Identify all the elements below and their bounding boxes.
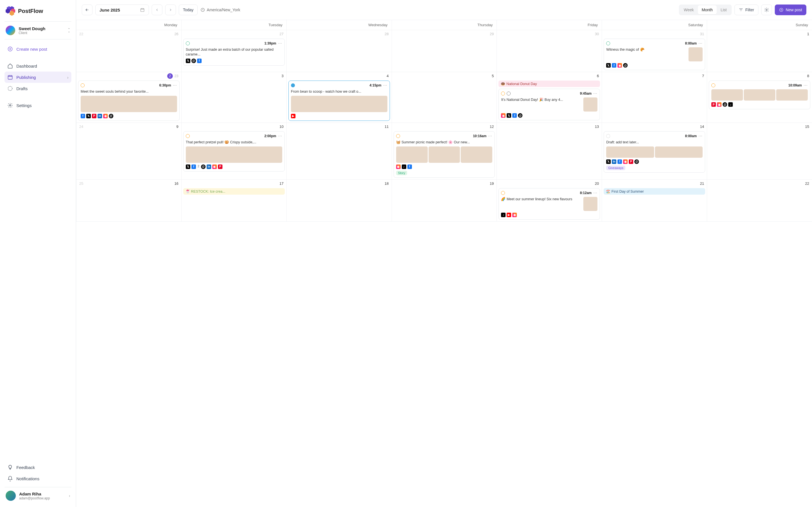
gear-icon [764,7,769,12]
calendar-cell[interactable]: 7 [602,72,707,123]
nav-feedback[interactable]: Feedback [4,462,71,473]
bulb-icon [7,464,13,470]
post-text: Meet the sweet souls behind your favorit… [81,89,177,94]
arrow-left-icon [85,8,89,12]
client-switcher[interactable]: Sweet Dough Client ⌃⌄ [4,22,71,39]
calendar-cell[interactable]: 3 [181,72,287,123]
day-number: 3 [282,74,283,78]
more-icon[interactable]: ⋯ [488,134,492,138]
post-time: 4:15pm [370,83,382,87]
more-icon[interactable]: ⋯ [698,41,703,46]
pn-icon: P [711,102,716,107]
drafts-icon [7,86,13,91]
more-icon[interactable]: ⋯ [593,91,598,96]
more-icon[interactable]: ⋯ [698,134,703,138]
calendar-cell[interactable]: 1 [707,30,812,72]
calendar-cell[interactable]: 148:00am⋯Draft: add text later...𝕏inf◉P@… [602,123,707,180]
post-thumbnail [711,89,743,101]
calendar-cell[interactable]: 102:00pm⋯That perfect pretzel pull! 🥨 Cr… [181,123,287,180]
new-post-button[interactable]: New post [775,4,806,15]
view-list[interactable]: List [717,5,731,14]
nav-settings[interactable]: Settings [4,100,71,111]
month-picker[interactable]: June 2025 [95,4,149,15]
post-text: Surprise! Just made an extra batch of ou… [186,47,282,57]
calendar-cell[interactable]: 21🏖️ First Day of Summer [602,180,707,222]
brand-name: PostFlow [18,8,43,14]
post-card[interactable]: 10:16am⋯🧺 Summer picnic made perfect! 🌸 … [394,131,495,178]
yt-icon: ▶ [291,114,296,118]
calendar-cell[interactable]: 271:39pm⋯Surprise! Just made an extra ba… [181,30,287,72]
post-card[interactable]: 8:12am⋯🌈 Meet our summer lineup! Six new… [499,188,600,220]
more-icon[interactable]: ⋯ [173,83,177,88]
post-card[interactable]: 4:15pm⋯From bean to scoop - watch how we… [289,80,390,121]
tw-icon: 𝕏 [186,165,190,169]
divider [4,39,71,40]
calendar-cell[interactable]: 924 [76,123,181,180]
day-header: Sunday [707,20,812,30]
post-text: That perfect pretzel pull! 🥨 Crispy outs… [186,140,282,145]
post-card[interactable]: 8:00am⋯Draft: add text later...𝕏inf◉P@Gi… [604,131,705,173]
calendar-cell[interactable]: 2326:30pm⋯Meet the sweet souls behind yo… [76,72,181,123]
logo[interactable]: PostFlow [4,4,71,21]
view-segmented: Week Month List [679,4,731,15]
calendar-icon [7,74,13,80]
post-card[interactable]: 10:09am⋯P◉@♪ [709,80,810,109]
calendar-cell[interactable]: 208:12am⋯🌈 Meet our summer lineup! Six n… [497,180,602,222]
post-card[interactable]: 8:00am⋯Witness the magic of 🥐𝕏f◉@ [604,39,705,70]
nav-dashboard[interactable]: Dashboard [4,60,71,71]
back-button[interactable] [82,4,93,15]
calendar-cell[interactable]: 6🍩 National Donut Day9:45am⋯It's Nationa… [497,72,602,123]
more-icon[interactable]: ⋯ [278,41,282,46]
calendar-cell[interactable]: 30 [497,30,602,72]
day-number: 6 [597,74,599,78]
timezone-display[interactable]: America/New_York [200,8,240,12]
chevron-left-icon [155,8,159,12]
post-card[interactable]: 1:39pm⋯Surprise! Just made an extra batc… [183,39,285,66]
calendar-cell[interactable]: 11 [287,123,392,180]
nav-publishing[interactable]: Publishing › [4,71,71,83]
calendar-cell[interactable]: 1625 [76,180,181,222]
logo-mark [6,6,15,16]
calendar-cell[interactable]: 13 [497,123,602,180]
view-month[interactable]: Month [698,5,717,14]
updown-icon: ⌃⌄ [68,29,70,33]
settings-button[interactable] [761,4,772,15]
calendar-cell[interactable]: 19 [392,180,497,222]
nav-drafts[interactable]: Drafts [4,83,71,94]
calendar-cell[interactable]: 44:15pm⋯From bean to scoop - watch how w… [287,72,392,123]
more-icon[interactable]: ⋯ [804,83,808,88]
calendar-cell[interactable]: 29 [392,30,497,72]
event-pill[interactable]: 🍧 RESTOCK: Ice crea... [183,188,285,194]
calendar-cell[interactable]: 1210:16am⋯🧺 Summer picnic made perfect! … [392,123,497,180]
social-icons: 𝕏inf◉P@ [606,159,703,164]
calendar-cell[interactable]: 18 [287,180,392,222]
filter-button[interactable]: Filter [734,4,758,15]
calendar-cell[interactable]: 15 [707,123,812,180]
today-button[interactable]: Today [179,4,198,15]
view-week[interactable]: Week [680,5,698,14]
calendar-cell[interactable]: 17🍧 RESTOCK: Ice crea... [181,180,287,222]
nav-notifications[interactable]: Notifications [4,473,71,484]
prev-month-button[interactable] [152,4,162,15]
event-pill[interactable]: 🏖️ First Day of Summer [604,188,705,194]
calendar-cell[interactable]: 810:09am⋯P◉@♪ [707,72,812,123]
next-month-button[interactable] [165,4,176,15]
calendar-cell[interactable]: 318:00am⋯Witness the magic of 🥐𝕏f◉@ [602,30,707,72]
post-tag: Giveaways [606,166,625,170]
post-card[interactable]: 9:45am⋯It's National Donut Day! 🎉 Buy an… [499,89,600,120]
calendar-cell[interactable]: 5 [392,72,497,123]
more-icon[interactable]: ⋯ [383,83,388,88]
more-icon[interactable]: ⋯ [593,191,598,195]
th-icon: @ [192,59,196,63]
calendar-cell[interactable]: 28 [287,30,392,72]
more-icon[interactable]: ⋯ [278,134,282,138]
user-menu[interactable]: Adam Riha adam@postflow.app › [4,488,71,503]
calendar-cell[interactable]: 22 [707,180,812,222]
post-card[interactable]: 2:00pm⋯That perfect pretzel pull! 🥨 Cris… [183,131,285,172]
post-time: 10:09am [788,83,802,87]
calendar-cell[interactable]: 2622 [76,30,181,72]
create-post-link[interactable]: Create new post [4,43,71,55]
post-card[interactable]: 6:30pm⋯Meet the sweet souls behind your … [78,80,180,121]
event-pill[interactable]: 🍩 National Donut Day [499,80,600,87]
svg-rect-1 [8,75,12,79]
